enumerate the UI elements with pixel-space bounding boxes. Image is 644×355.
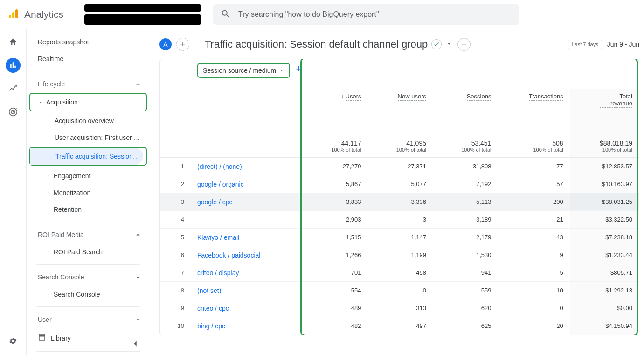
chevron-up-icon — [134, 273, 142, 281]
col-new-users[interactable]: New users — [367, 89, 432, 111]
caret-right-icon — [45, 249, 54, 255]
rail-advertising-icon[interactable] — [6, 104, 21, 119]
search-input[interactable]: Try searching "how to do BigQuery export… — [213, 4, 519, 25]
table-row[interactable]: 6Facebook / paidsocial1,2661,1991,5309$1… — [160, 246, 639, 264]
caret-down-icon — [38, 99, 46, 105]
search-placeholder: Try searching "how to do BigQuery export… — [238, 10, 379, 19]
caret-right-icon — [45, 190, 54, 195]
audience-badge[interactable]: A — [159, 38, 172, 50]
app-header: Analytics Try searching "how to do BigQu… — [0, 0, 644, 29]
table-row[interactable]: 10bing / cpc48249762520$4,150.94 — [160, 317, 639, 335]
col-users[interactable]: ↓ Users — [303, 89, 367, 111]
svg-point-4 — [12, 111, 14, 113]
chevron-up-icon — [134, 80, 142, 88]
caret-right-icon — [45, 292, 54, 297]
logo[interactable]: Analytics — [7, 8, 80, 21]
rail-reports-icon[interactable] — [6, 58, 21, 73]
chevron-up-icon — [134, 230, 142, 239]
svg-rect-0 — [9, 15, 11, 18]
table-row[interactable]: 7criteo / display7014589415$805.71 — [160, 264, 639, 282]
sort-down-icon: ↓ — [341, 93, 344, 100]
sidebar-collapse-button[interactable] — [130, 339, 140, 350]
svg-rect-2 — [15, 9, 18, 18]
caret-right-icon — [45, 173, 54, 179]
rail-explore-icon[interactable] — [6, 81, 21, 96]
account-selector-redacted[interactable] — [84, 4, 201, 25]
totals-row: 44,117100% of total41,095100% of total53… — [160, 111, 639, 158]
col-total-revenue[interactable]: Total revenue — [570, 89, 639, 111]
sidebar-user-acquisition[interactable]: User acquisition: First user … — [27, 129, 150, 146]
rail-home-icon[interactable] — [6, 35, 21, 49]
chevron-down-icon — [279, 68, 284, 73]
analytics-logo-icon — [7, 8, 19, 21]
sidebar-roi-paid-search[interactable]: ROI Paid Search — [27, 244, 150, 260]
data-table: ↓ Users New users Sessions Transactions … — [160, 89, 639, 335]
add-dimension-button[interactable]: + — [296, 63, 302, 75]
report-sidebar: Reports snapshot Realtime Life cycle Acq… — [26, 29, 150, 355]
svg-point-3 — [15, 85, 17, 87]
sidebar-section-searchconsole[interactable]: Search Console — [27, 268, 150, 286]
sidebar-monetization[interactable]: Monetization — [27, 184, 150, 201]
table-row[interactable]: 9criteo / cpc4893136200$0.00 — [160, 299, 639, 317]
table-row[interactable]: 8(not set)554055910$1,292.13 — [160, 282, 639, 299]
sidebar-acq-overview[interactable]: Acquisition overview — [27, 112, 150, 129]
table-row[interactable]: 5Klaviyo / email1,5151,1472,17943$7,238.… — [160, 229, 639, 246]
sidebar-reports-snapshot[interactable]: Reports snapshot — [27, 34, 150, 50]
customize-button[interactable]: + — [457, 38, 471, 51]
report-content: A + Traffic acquisition: Session default… — [150, 29, 644, 355]
library-icon — [38, 333, 46, 343]
chevron-up-icon — [134, 315, 142, 324]
table-row[interactable]: 2google / organic5,8675,0777,19257$10,16… — [160, 175, 639, 193]
rail-admin-gear-icon[interactable] — [6, 334, 21, 348]
dimension-dropdown[interactable]: Session source / medium — [197, 63, 290, 78]
report-header: A + Traffic acquisition: Session default… — [159, 37, 639, 51]
col-sessions[interactable]: Sessions — [433, 89, 498, 111]
svg-rect-1 — [12, 12, 14, 18]
nav-rail — [0, 29, 26, 355]
page-title: Traffic acquisition: Session default cha… — [205, 38, 453, 50]
table-row[interactable]: 42,90333,18921$3,322.50 — [160, 211, 639, 229]
sidebar-retention[interactable]: Retention — [27, 201, 150, 218]
verified-check-icon — [431, 39, 442, 49]
table-row[interactable]: 3google / cpc3,8333,3365,113200$38,031.2… — [160, 193, 639, 211]
col-transactions[interactable]: Transactions — [498, 89, 569, 111]
date-range-chip[interactable]: Last 7 days — [568, 40, 602, 49]
sidebar-acquisition[interactable]: Acquisition — [30, 94, 146, 111]
sidebar-traffic-acquisition[interactable]: Traffic acquisition: Session… — [30, 148, 143, 165]
sidebar-realtime[interactable]: Realtime — [27, 50, 150, 67]
add-comparison-button[interactable]: + — [176, 38, 189, 51]
table-row[interactable]: 1(direct) / (none)27,27927,37131,80877$1… — [160, 158, 639, 175]
title-dropdown-button[interactable] — [445, 38, 453, 50]
date-range-text[interactable]: Jun 9 - Jun — [607, 41, 639, 48]
sidebar-section-user[interactable]: User — [27, 311, 150, 328]
sidebar-section-lifecycle[interactable]: Life cycle — [27, 75, 150, 93]
data-table-card: Session source / medium + ↓ Users New us… — [159, 59, 639, 335]
product-name: Analytics — [24, 9, 63, 20]
sidebar-section-roi[interactable]: ROI Paid Media — [27, 226, 150, 244]
sidebar-search-console[interactable]: Search Console — [27, 286, 150, 303]
search-icon — [221, 9, 231, 21]
sidebar-engagement[interactable]: Engagement — [27, 167, 150, 184]
